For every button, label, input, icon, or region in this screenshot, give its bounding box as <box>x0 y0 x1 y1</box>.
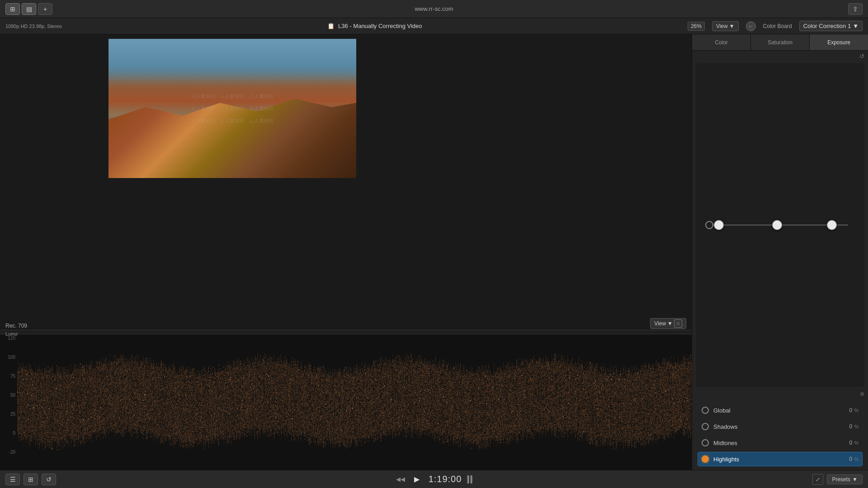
shadows-value: 0 <box>849 423 853 430</box>
clip-title-bar: 📋 L36 - Manually Correcting Video <box>69 23 680 29</box>
waveform-canvas <box>17 334 692 456</box>
rec-label-text: Rec. 709 <box>5 323 27 329</box>
global-label: Global <box>713 407 849 414</box>
transport-right: ⤢ Presets ▼ <box>812 474 863 485</box>
grid-2-icon[interactable]: ▤ <box>22 3 36 15</box>
puck-row-shadows[interactable]: Shadows 0 % <box>698 419 863 434</box>
presets-chevron-icon: ▼ <box>852 476 858 483</box>
highlights-slider-handle[interactable] <box>827 220 837 230</box>
media-info: 1080p HD 23.98p, Stereo <box>5 23 62 29</box>
global-unit: % <box>854 408 859 413</box>
global-dot <box>702 407 709 414</box>
scope-capture-icon[interactable]: ⊡ <box>674 319 682 328</box>
tab-saturation[interactable]: Saturation <box>751 34 810 50</box>
settings-icon[interactable] <box>860 391 864 397</box>
y-label-100: 100 <box>0 355 15 360</box>
midtones-dot <box>702 439 709 446</box>
shadows-label: Shadows <box>713 423 849 430</box>
grid-4-icon[interactable]: ⊞ <box>5 3 20 15</box>
color-correction-text: Color Correction 1 <box>803 23 851 29</box>
fullscreen-button[interactable]: ⤢ <box>812 474 823 485</box>
share-icon[interactable]: ⇪ <box>848 3 863 15</box>
rewind-icon[interactable]: ◀◀ <box>396 476 405 483</box>
y-label-75: 75 <box>0 374 15 379</box>
zoom-value[interactable]: 26% <box>688 22 705 31</box>
rec-label: Rec. 709 <box>5 323 27 329</box>
highlights-value: 0 <box>849 456 853 462</box>
color-tabs: Color Saturation Exposure <box>692 34 868 51</box>
scope-view-button[interactable]: View▼ ⊡ <box>650 318 686 329</box>
y-label-25: 25 <box>0 412 15 417</box>
highlights-unit: % <box>854 456 859 462</box>
second-bar: 1080p HD 23.98p, Stereo 📋 L36 - Manually… <box>0 18 868 34</box>
shadows-slider-handle[interactable] <box>714 220 724 230</box>
view-button[interactable]: View▼ <box>712 21 739 31</box>
left-panel: 人人素材区 人人素材区 人人素材区 人人素材区 人人素材区 人人素材区 人人素材… <box>0 34 692 470</box>
midtones-unit: % <box>854 440 859 446</box>
top-bar: ⊞ ▤ + www.rr-sc.com ⇪ <box>0 0 868 18</box>
scope-area: Luma 120 100 75 50 25 0 -20 <box>0 330 692 470</box>
chevron-down-icon: ▼ <box>853 23 859 29</box>
puck-row-global[interactable]: Global 0 % <box>698 403 863 418</box>
tab-exposure[interactable]: Exposure <box>810 34 868 50</box>
clip-icon: 📋 <box>327 23 335 29</box>
highlights-label: Highlights <box>713 456 849 463</box>
toolbar-icons: ⊞ ▤ + <box>5 3 52 15</box>
midtones-slider-handle[interactable] <box>772 220 782 230</box>
presets-label: Presets <box>832 476 850 483</box>
play-button[interactable]: ▶ <box>410 473 423 486</box>
video-preview: 人人素材区 人人素材区 人人素材区 人人素材区 人人素材区 人人素材区 人人素材… <box>108 39 356 178</box>
puck-controls: Global 0 % Shadows 0 % Midtones 0 % High… <box>692 399 868 470</box>
transport-left: ☰ ⊞ ↺ <box>5 474 56 485</box>
transport-clip-icon[interactable]: ⊞ <box>24 474 38 485</box>
scope-canvas: 120 100 75 50 25 0 -20 <box>0 334 692 456</box>
top-bar-right: ⇪ <box>848 3 863 15</box>
back-button[interactable]: ← <box>746 21 756 31</box>
plus-icon[interactable]: + <box>38 3 52 15</box>
midtones-value: 0 <box>849 440 853 446</box>
exposure-slider-track[interactable] <box>712 225 848 225</box>
global-handle[interactable] <box>705 221 713 229</box>
zoom-control: 26% <box>688 22 705 31</box>
main-content: 人人素材区 人人素材区 人人素材区 人人素材区 人人素材区 人人素材区 人人素材… <box>0 34 868 470</box>
y-label-120: 120 <box>0 336 15 341</box>
pause-button[interactable] <box>467 475 472 483</box>
transport-loop-icon[interactable]: ↺ <box>42 474 56 485</box>
scope-y-axis: 120 100 75 50 25 0 -20 <box>0 334 17 456</box>
shadows-unit: % <box>854 424 859 429</box>
tab-color[interactable]: Color <box>692 34 751 50</box>
transport-center: ◀◀ ▶ 1:19:00 <box>396 473 472 486</box>
video-background: 人人素材区 人人素材区 人人素材区 人人素材区 人人素材区 人人素材区 人人素材… <box>108 39 356 178</box>
pause-bar-2 <box>470 475 472 483</box>
pause-bar-1 <box>467 475 469 483</box>
y-label-neg20: -20 <box>0 450 15 455</box>
color-board-label: Color Board <box>763 23 792 29</box>
presets-button[interactable]: Presets ▼ <box>827 474 863 484</box>
puck-row-highlights[interactable]: Highlights 0 % <box>698 452 863 466</box>
midtones-label: Midtones <box>713 440 849 446</box>
site-url: www.rr-sc.com <box>415 5 453 12</box>
watermark: 人人素材区 人人素材区 人人素材区 人人素材区 人人素材区 人人素材区 人人素材… <box>191 93 274 124</box>
transport-menu-icon[interactable]: ☰ <box>5 474 20 485</box>
right-panel: Color Saturation Exposure <box>692 34 868 470</box>
timecode-display: 1:19:00 <box>429 474 462 484</box>
scope-header: Luma <box>0 330 692 334</box>
settings-row-top <box>692 51 868 61</box>
clip-title-text: L36 - Manually Correcting Video <box>338 23 422 29</box>
y-label-50: 50 <box>0 393 15 398</box>
transport-bar: ☰ ⊞ ↺ ◀◀ ▶ 1:19:00 ⤢ Presets ▼ <box>0 470 868 488</box>
refresh-icon[interactable] <box>859 53 864 60</box>
global-value: 0 <box>849 407 853 413</box>
y-label-0: 0 <box>0 431 15 436</box>
puck-row-midtones[interactable]: Midtones 0 % <box>698 436 863 450</box>
shadows-dot <box>702 423 709 430</box>
exposure-slider-area <box>696 225 864 225</box>
color-correction-dropdown[interactable]: Color Correction 1 ▼ <box>799 21 863 31</box>
exposure-board <box>696 63 864 387</box>
highlights-dot <box>702 455 709 463</box>
settings-row-bottom <box>692 389 868 399</box>
top-bar-left: ⊞ ▤ + <box>5 3 52 15</box>
